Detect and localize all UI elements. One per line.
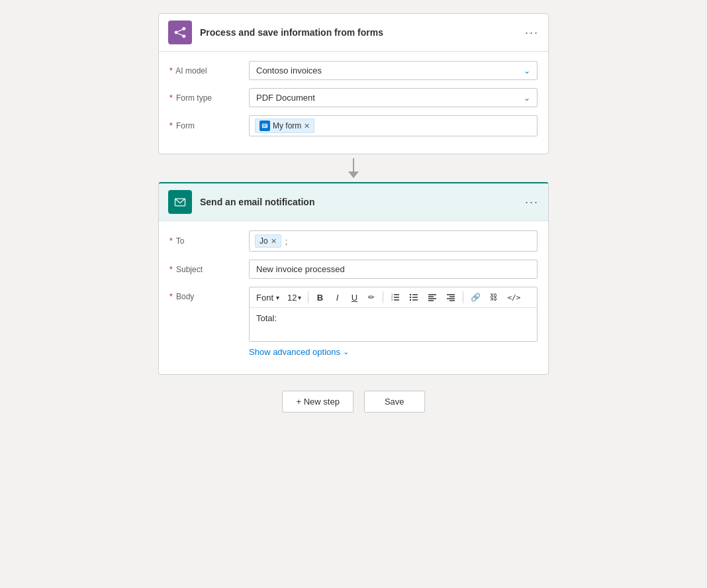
ai-model-label: * AI model	[169, 66, 249, 75]
font-size-select[interactable]: 12 ▾	[285, 291, 304, 304]
body-field-row: * Body Font ▾ 12 ▾	[169, 287, 538, 357]
svg-point-0	[175, 31, 178, 34]
to-semicolon: ;	[285, 236, 288, 246]
card2-header: Send an email notification ···	[159, 183, 548, 221]
subject-control	[249, 260, 538, 279]
toolbar-sep-2	[383, 291, 383, 303]
form-control: My form ✕	[249, 115, 538, 136]
to-label: * To	[169, 236, 249, 246]
svg-text:3: 3	[391, 298, 393, 301]
font-size-chevron-icon: ▾	[298, 294, 301, 301]
advanced-options-chevron-icon: ⌄	[343, 348, 349, 356]
to-tag-label: Jo	[259, 236, 268, 246]
body-text: Total:	[256, 313, 277, 323]
to-control: Jo ✕ ;	[249, 230, 538, 252]
svg-point-18	[410, 294, 411, 295]
ai-model-value: Contoso invoices	[256, 66, 322, 75]
subject-label: * Subject	[169, 265, 249, 274]
subject-input[interactable]	[249, 260, 538, 279]
form-type-select[interactable]: PDF Document ⌄	[249, 88, 538, 107]
svg-line-4	[177, 33, 183, 35]
form-type-control: PDF Document ⌄	[249, 88, 538, 107]
card1-body: * AI model Contoso invoices ⌄ * Form typ…	[159, 52, 548, 154]
to-field-row: * To Jo ✕ ;	[169, 230, 538, 252]
code-button[interactable]: </>	[504, 290, 524, 305]
to-tag: Jo ✕	[255, 234, 281, 248]
body-content[interactable]: Total:	[250, 308, 537, 341]
card2-body: * To Jo ✕ ; * Subject	[159, 221, 548, 374]
connector-arrowhead-icon	[348, 172, 359, 178]
form-type-chevron-icon: ⌄	[524, 93, 530, 103]
form-tag-close-icon[interactable]: ✕	[304, 122, 310, 130]
font-label: Font	[256, 293, 273, 303]
form-type-label: * Form type	[169, 93, 249, 103]
show-advanced-options-button[interactable]: Show advanced options ⌄	[249, 347, 538, 357]
ordered-list-button[interactable]: 123	[387, 290, 403, 305]
font-size-value: 12	[287, 293, 297, 303]
underline-button[interactable]: U	[347, 290, 361, 305]
new-step-button[interactable]: + New step	[282, 391, 353, 413]
form-tag-label: My form	[273, 121, 301, 130]
subject-field-row: * Subject	[169, 260, 538, 279]
to-tag-close-icon[interactable]: ✕	[271, 237, 277, 246]
bold-button[interactable]: B	[312, 290, 327, 305]
toolbar-sep-3	[463, 291, 463, 303]
bottom-actions: + New step Save	[282, 391, 424, 413]
card-send-email: Send an email notification ··· * To Jo ✕…	[158, 182, 549, 375]
connector-line	[353, 158, 354, 172]
card-process-forms: Process and save information from forms …	[158, 13, 549, 154]
unordered-list-button[interactable]	[406, 290, 422, 305]
card2-title: Send an email notification	[200, 197, 525, 207]
advanced-options-section: Show advanced options ⌄	[249, 347, 538, 357]
form-field-row: * Form My for	[169, 115, 538, 136]
svg-rect-7	[263, 126, 265, 126]
body-label: * Body	[169, 287, 249, 301]
body-control: Font ▾ 12 ▾ B I U ✏	[249, 287, 538, 357]
italic-button[interactable]: I	[330, 290, 344, 305]
toolbar-sep-1	[308, 291, 308, 303]
connector-arrow	[348, 158, 359, 178]
save-button[interactable]: Save	[364, 391, 425, 413]
card1-menu-button[interactable]: ···	[525, 26, 539, 38]
form-type-field-row: * Form type PDF Document ⌄	[169, 88, 538, 107]
font-select[interactable]: Font ▾	[254, 291, 282, 304]
to-required-marker: *	[169, 236, 173, 246]
ai-model-required-marker: *	[169, 66, 173, 75]
form-tag-input[interactable]: My form ✕	[249, 115, 538, 136]
unlink-button[interactable]: ⛓	[487, 290, 501, 305]
form-tag-icon	[259, 121, 270, 131]
body-required-marker: *	[169, 292, 173, 301]
pen-button[interactable]: ✏	[364, 290, 379, 305]
form-type-value: PDF Document	[256, 93, 315, 103]
card2-menu-button[interactable]: ···	[525, 196, 539, 208]
ai-model-field-row: * AI model Contoso invoices ⌄	[169, 61, 538, 80]
ai-model-icon	[168, 21, 192, 44]
card1-title: Process and save information from forms	[200, 27, 525, 38]
align-right-button[interactable]	[443, 290, 459, 305]
svg-point-20	[410, 299, 411, 301]
body-editor: Font ▾ 12 ▾ B I U ✏	[249, 287, 538, 342]
card1-header: Process and save information from forms …	[159, 14, 548, 52]
svg-rect-6	[263, 124, 267, 125]
svg-point-19	[410, 297, 411, 298]
subject-required-marker: *	[169, 265, 173, 274]
editor-toolbar: Font ▾ 12 ▾ B I U ✏	[250, 287, 537, 308]
link-button[interactable]: 🔗	[467, 290, 484, 305]
align-left-button[interactable]	[424, 290, 440, 305]
ai-model-control: Contoso invoices ⌄	[249, 61, 538, 80]
ai-model-chevron-icon: ⌄	[524, 66, 530, 75]
form-label: * Form	[169, 121, 249, 130]
form-type-required-marker: *	[169, 93, 173, 103]
advanced-options-label: Show advanced options	[249, 347, 340, 357]
email-icon	[168, 190, 192, 214]
form-required-marker: *	[169, 121, 173, 130]
font-chevron-icon: ▾	[276, 294, 279, 301]
to-tag-input[interactable]: Jo ✕ ;	[249, 230, 538, 252]
form-tag: My form ✕	[255, 119, 314, 133]
ai-model-select[interactable]: Contoso invoices ⌄	[249, 61, 538, 80]
svg-line-3	[177, 29, 183, 31]
